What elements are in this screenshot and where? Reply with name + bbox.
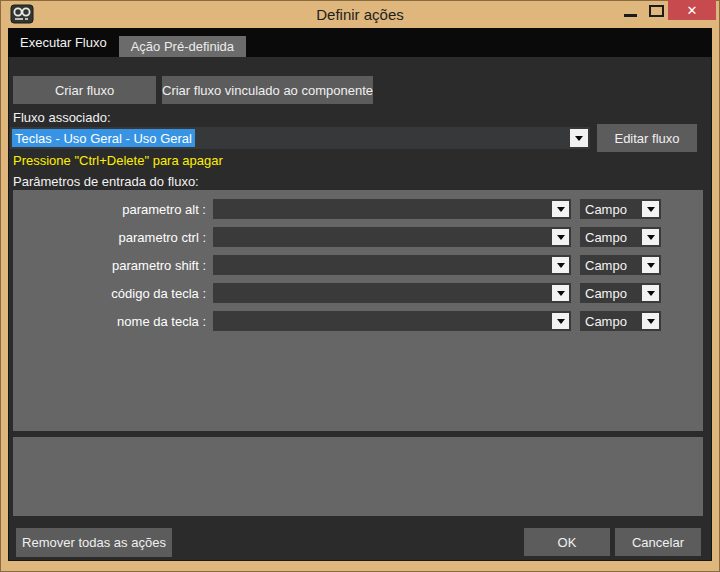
edit-flow-button[interactable]: Editar fluxo [597,124,697,152]
parameter-type-combobox[interactable]: Campo [580,255,661,275]
button-label: OK [558,535,577,550]
dialog-client-area: Executar Fluxo Ação Pré-definida Criar f… [8,28,712,561]
chevron-down-icon [575,136,583,141]
button-label: Criar fluxo vinculado ao componente [162,83,373,98]
chevron-down-icon [557,263,565,268]
close-icon: ✕ [687,3,698,18]
associated-flow-label: Fluxo associado: [13,110,111,125]
flow-parameters-label: Parâmetros de entrada do fluxo: [13,174,199,189]
button-label: Editar fluxo [614,131,679,146]
cancel-button[interactable]: Cancelar [615,528,701,556]
parameter-row: parametro alt : Campo [13,199,703,219]
maximize-button[interactable] [644,0,668,22]
tab-executar-fluxo[interactable]: Executar Fluxo [8,28,119,57]
parameter-label: parametro alt : [13,202,213,217]
remove-all-actions-button[interactable]: Remover todas as ações [16,528,172,557]
parameter-label: código da tecla : [13,286,213,301]
tab-acao-pre-definida[interactable]: Ação Pré-definida [119,36,246,57]
chevron-down-icon [557,291,565,296]
parameter-value-dropdown-button[interactable] [552,229,569,245]
parameter-value-combobox[interactable] [213,227,571,247]
chevron-down-icon [647,207,655,212]
associated-flow-combobox[interactable]: Teclas - Uso Geral - Uso Geral [10,127,590,149]
create-linked-flow-button[interactable]: Criar fluxo vinculado ao componente [162,76,373,104]
empty-output-panel [13,437,703,516]
parameter-type-value: Campo [585,227,627,247]
tab-label: Executar Fluxo [20,35,107,50]
title-bar: Definir ações ✕ [0,0,720,28]
parameter-type-combobox[interactable]: Campo [580,311,661,331]
parameter-type-value: Campo [585,255,627,275]
parameter-row: nome da tecla : Campo [13,311,703,331]
button-label: Cancelar [632,535,684,550]
button-label: Criar fluxo [55,83,114,98]
chevron-down-icon [557,207,565,212]
parameter-type-value: Campo [585,283,627,303]
tab-label: Ação Pré-definida [131,39,234,54]
parameter-value-combobox[interactable] [213,199,571,219]
delete-hint-text: Pressione "Ctrl+Delete" para apagar [13,153,223,168]
dialog-window: Definir ações ✕ Executar Fluxo Ação Pré-… [0,0,720,572]
ok-button[interactable]: OK [524,528,610,556]
parameter-row: código da tecla : Campo [13,283,703,303]
tab-bar: Executar Fluxo Ação Pré-definida [8,28,712,57]
tab-content: Criar fluxo Criar fluxo vinculado ao com… [8,57,712,561]
parameter-row: parametro ctrl : Campo [13,227,703,247]
minimize-icon [624,14,637,17]
parameter-label: parametro shift : [13,258,213,273]
parameter-rows: parametro alt : Campo parametro ctrl : C… [13,199,703,339]
maximize-icon [649,5,664,17]
parameter-value-combobox[interactable] [213,255,571,275]
parameter-type-dropdown-button[interactable] [642,285,659,301]
chevron-down-icon [647,291,655,296]
create-flow-button[interactable]: Criar fluxo [13,76,156,104]
parameter-type-dropdown-button[interactable] [642,201,659,217]
parameter-type-value: Campo [585,199,627,219]
parameter-type-combobox[interactable]: Campo [580,227,661,247]
parameter-value-dropdown-button[interactable] [552,201,569,217]
chevron-down-icon [557,235,565,240]
parameter-value-combobox[interactable] [213,283,571,303]
associated-flow-selected-value: Teclas - Uso Geral - Uso Geral [12,129,195,147]
window-title: Definir ações [0,0,720,28]
parameter-label: nome da tecla : [13,314,213,329]
close-button[interactable]: ✕ [668,0,716,20]
parameter-type-dropdown-button[interactable] [642,257,659,273]
chevron-down-icon [647,319,655,324]
parameter-type-dropdown-button[interactable] [642,313,659,329]
parameter-type-value: Campo [585,311,627,331]
parameter-value-dropdown-button[interactable] [552,313,569,329]
flow-parameters-panel: parametro alt : Campo parametro ctrl : C… [13,190,703,431]
parameter-value-dropdown-button[interactable] [552,285,569,301]
parameter-value-combobox[interactable] [213,311,571,331]
parameter-row: parametro shift : Campo [13,255,703,275]
parameter-type-dropdown-button[interactable] [642,229,659,245]
chevron-down-icon [557,319,565,324]
button-label: Remover todas as ações [22,535,166,550]
chevron-down-icon [647,263,655,268]
parameter-value-dropdown-button[interactable] [552,257,569,273]
chevron-down-icon [647,235,655,240]
parameter-type-combobox[interactable]: Campo [580,199,661,219]
associated-flow-dropdown-button[interactable] [570,129,588,147]
parameter-label: parametro ctrl : [13,230,213,245]
minimize-button[interactable] [616,0,644,22]
parameter-type-combobox[interactable]: Campo [580,283,661,303]
